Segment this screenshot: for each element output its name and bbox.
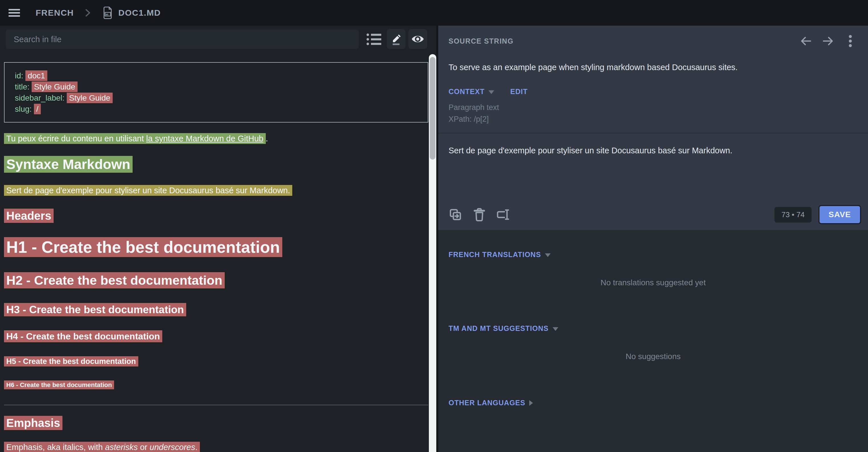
save-button[interactable]: SAVE — [818, 205, 861, 224]
edit-context-link[interactable]: EDIT — [510, 88, 528, 96]
frontmatter-line: id: doc1 — [15, 70, 428, 81]
french-translations-toggle[interactable]: FRENCH TRANSLATIONS — [448, 251, 551, 259]
expand-triangle-icon — [529, 400, 533, 406]
string-selected[interactable]: Sert de page d'exemple pour styliser un … — [4, 185, 292, 196]
select-text-button[interactable] — [495, 206, 511, 223]
string-untranslated[interactable]: H4 - Create the best documentation — [4, 330, 162, 342]
string-untranslated[interactable]: H2 - Create the best documentation — [4, 272, 225, 288]
translation-panel: SOURCE STRING To serve as an example pag… — [438, 26, 868, 452]
string-untranslated[interactable]: H3 - Create the best documentation — [4, 303, 186, 316]
string-untranslated[interactable]: H5 - Create the best documentation — [4, 356, 138, 366]
string-untranslated[interactable]: Emphasis — [4, 416, 62, 430]
context-toggle[interactable]: CONTEXT — [448, 88, 494, 96]
copy-source-icon — [448, 207, 463, 222]
collapse-triangle-icon — [489, 90, 494, 94]
paragraph-intro: Tu peux écrire du contenu en utilisant l… — [4, 134, 428, 143]
frontmatter-block: id: doc1 title: Style Guide sidebar_labe… — [4, 62, 428, 123]
yaml-key: title: — [15, 83, 32, 91]
header-sample-h4: H4 - Create the best documentation — [4, 331, 428, 342]
paragraph-selected: Sert de page d'exemple pour styliser un … — [4, 186, 428, 195]
kebab-menu-icon — [848, 35, 852, 47]
heading-syntaxe-markdown: Syntaxe Markdown — [4, 157, 428, 172]
breadcrumb-file[interactable]: DOC1.MD — [118, 8, 161, 18]
string-untranslated[interactable]: doc1 — [25, 70, 47, 81]
breadcrumb-project[interactable]: FRENCH — [36, 8, 74, 18]
github-markdown-link[interactable]: la syntaxe Markdown de GitHub — [146, 134, 264, 143]
yaml-key: slug: — [15, 105, 34, 114]
other-languages-toggle[interactable]: OTHER LANGUAGES — [448, 399, 533, 407]
string-translated[interactable]: Tu peux écrire du contenu en utilisant l… — [4, 133, 266, 144]
french-translations-section: FRENCH TRANSLATIONS — [438, 251, 868, 259]
pencil-icon — [390, 33, 402, 45]
header-sample-h5: H5 - Create the best documentation — [4, 357, 428, 366]
collapse-triangle-icon — [545, 253, 551, 257]
source-string-label: SOURCE STRING — [448, 37, 514, 45]
forward-arrow-icon — [822, 35, 835, 47]
string-untranslated[interactable]: Style Guide — [32, 82, 78, 92]
source-string-card: SOURCE STRING To serve as an example pag… — [438, 26, 868, 230]
hamburger-icon[interactable] — [8, 9, 20, 17]
horizontal-rule — [4, 405, 428, 405]
delete-translation-button[interactable] — [471, 206, 487, 223]
scrollbar-thumb[interactable] — [430, 57, 435, 160]
string-untranslated[interactable]: Emphasis, aka italics, with asterisks or… — [4, 442, 200, 452]
yaml-key: sidebar_label: — [15, 94, 67, 102]
string-translated[interactable]: Syntaxe Markdown — [4, 156, 133, 173]
header-sample-h2: H2 - Create the best documentation — [4, 273, 428, 288]
context-type: Paragraph text — [438, 103, 868, 112]
source-string-text: To serve as an example page when styling… — [438, 47, 868, 72]
frontmatter-line: title: Style Guide — [15, 81, 428, 92]
tm-mt-toggle[interactable]: TM AND MT SUGGESTIONS — [448, 324, 558, 332]
string-untranslated[interactable]: Style Guide — [67, 93, 113, 103]
other-languages-section: OTHER LANGUAGES — [438, 399, 868, 407]
source-string-header: SOURCE STRING — [438, 26, 868, 47]
select-text-icon — [496, 208, 511, 221]
next-string-button[interactable] — [821, 35, 836, 47]
translation-toolbar: 73 • 74 SAVE — [438, 205, 868, 230]
header-sample-h6: H6 - Create the best documentation — [4, 381, 428, 389]
string-list-icon[interactable] — [366, 32, 382, 47]
tm-mt-section: TM AND MT SUGGESTIONS — [438, 324, 868, 332]
delete-icon — [473, 207, 486, 222]
document-panel: id: doc1 title: Style Guide sidebar_labe… — [0, 26, 436, 452]
more-options-button[interactable] — [843, 35, 858, 47]
string-untranslated[interactable]: / — [34, 104, 41, 114]
preview-mode-button[interactable] — [408, 29, 427, 49]
character-counter: 73 • 74 — [774, 207, 811, 223]
frontmatter-line: sidebar_label: Style Guide — [15, 92, 428, 103]
markdown-file-icon: M↓ — [103, 6, 113, 20]
frontmatter-line: slug: / — [15, 103, 428, 115]
edit-mode-button[interactable] — [387, 29, 405, 49]
string-untranslated[interactable]: Headers — [4, 208, 54, 223]
paragraph-emphasis-italic: Emphasis, aka italics, with asterisks or… — [4, 443, 428, 452]
document-content: id: doc1 title: Style Guide sidebar_labe… — [4, 62, 428, 452]
copy-source-button[interactable] — [447, 206, 463, 223]
collapse-triangle-icon — [553, 327, 558, 331]
context-xpath: XPath: /p[2] — [438, 115, 868, 133]
previous-string-button[interactable] — [799, 35, 813, 47]
yaml-key: id: — [15, 71, 25, 80]
header-sample-h1: H1 - Create the best documentation — [4, 238, 428, 257]
header-sample-h3: H3 - Create the best documentation — [4, 304, 428, 316]
heading-emphasis: Emphasis — [4, 417, 428, 429]
string-untranslated[interactable]: H6 - Create the best documentation — [4, 381, 114, 389]
translation-input[interactable]: Sert de page d'exemple pour styliser un … — [438, 133, 868, 205]
suggestions-area: FRENCH TRANSLATIONS No translations sugg… — [438, 230, 868, 407]
top-bar: FRENCH M↓ DOC1.MD — [0, 0, 868, 26]
context-row: CONTEXT EDIT — [438, 72, 868, 96]
tm-empty-text: No suggestions — [438, 352, 868, 361]
vertical-scrollbar[interactable] — [429, 54, 436, 452]
search-input[interactable] — [6, 30, 359, 49]
translations-empty-text: No translations suggested yet — [438, 278, 868, 287]
string-untranslated[interactable]: H1 - Create the best documentation — [4, 237, 282, 257]
eye-icon — [411, 34, 425, 44]
svg-text:M↓: M↓ — [105, 13, 109, 16]
back-arrow-icon — [799, 35, 812, 47]
breadcrumb-chevron-icon — [85, 8, 91, 18]
heading-headers: Headers — [4, 209, 428, 222]
